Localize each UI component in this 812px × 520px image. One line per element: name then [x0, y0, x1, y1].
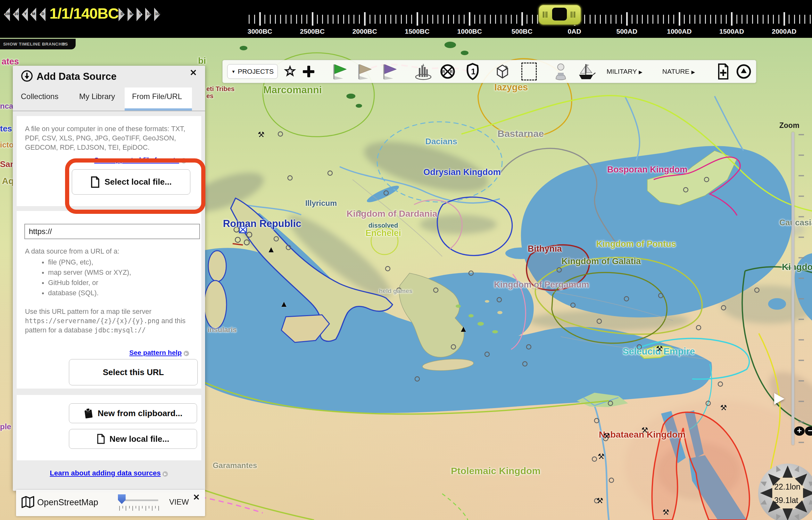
zoom-slider-track[interactable]: [791, 132, 794, 445]
timeline-minor-tick: [286, 15, 287, 24]
new-document-icon[interactable]: [715, 62, 730, 80]
military-menu[interactable]: MILITARY ▶: [606, 68, 643, 75]
step-back-day-button[interactable]: D: [39, 8, 48, 21]
step-forward-day-button[interactable]: D: [118, 8, 127, 21]
add-data-source-dialog: Add Data Source ✕ Collections My Library…: [13, 66, 205, 491]
list-item: map server (WMS or XYZ),: [48, 268, 131, 277]
timeline-major-tick: [416, 12, 418, 26]
timeline-minor-tick: [500, 15, 502, 24]
show-timeline-branches-button[interactable]: SHOW TIMELINE BRANCHES ▼: [0, 39, 76, 49]
nature-label: NATURE: [662, 68, 689, 75]
box-icon[interactable]: [494, 63, 511, 80]
ship-icon[interactable]: [577, 62, 596, 80]
new-local-file-button[interactable]: New local file...: [69, 429, 197, 449]
mine-icon: ⚒: [258, 130, 265, 139]
map-region-label: held games: [379, 288, 413, 295]
pattern-help-link[interactable]: See pattern help: [130, 349, 182, 356]
timeline-minor-tick: [422, 15, 423, 24]
timeline-minor-tick: [736, 15, 737, 24]
zoom-slider-handle[interactable]: [774, 393, 784, 405]
timeline-minor-tick: [459, 15, 460, 24]
zoom-scale-tick: [799, 278, 804, 279]
supported-formats-link[interactable]: See supported file formats: [94, 156, 179, 163]
map-region-label: Garamantes: [213, 461, 257, 470]
basemap-name: OpenStreetMap: [37, 498, 98, 508]
map-region-label: tes: [0, 124, 12, 134]
timeline-minor-tick: [684, 15, 685, 24]
map-region-label: ple: [0, 422, 11, 431]
help-circle-icon: ▶: [181, 158, 187, 163]
timeline-top-bar: 100 10 Y M D 1/1/140BC D M Y 10 100 3000…: [0, 0, 812, 38]
timeline-minor-tick: [715, 15, 716, 24]
badge-1-icon[interactable]: 1: [464, 62, 481, 80]
timeline-minor-tick: [443, 15, 444, 24]
zoom-scale-tick: [799, 216, 804, 217]
step-back-year-button[interactable]: Y: [22, 8, 30, 21]
timeline-minor-tick: [490, 15, 491, 24]
timeline-minor-tick: [264, 15, 265, 24]
railroad-icon[interactable]: R R: [439, 63, 456, 80]
close-icon[interactable]: ✕: [190, 68, 197, 78]
step-back-10-button[interactable]: 10: [13, 8, 21, 21]
city-icon[interactable]: [414, 63, 432, 80]
select-local-file-button[interactable]: Select local file...: [72, 169, 190, 194]
timeline-minor-tick: [695, 15, 695, 24]
person-icon[interactable]: [553, 63, 568, 80]
tan-flag-icon[interactable]: [355, 62, 373, 80]
svg-text:1: 1: [471, 67, 476, 76]
tab-collections[interactable]: Collections: [21, 92, 58, 101]
step-forward-10-button[interactable]: 10: [145, 8, 154, 21]
zoom-scale-tick: [799, 380, 804, 382]
url-input[interactable]: [24, 224, 200, 239]
timeline-slider-handle[interactable]: [538, 4, 581, 25]
mine-icon: ⚒: [603, 432, 610, 441]
tab-from-file-url[interactable]: From File/URL: [132, 92, 182, 101]
timeline-minor-tick: [359, 15, 360, 24]
opacity-slider-handle[interactable]: [118, 494, 126, 504]
timeline-minor-tick: [375, 15, 376, 24]
step-forward-year-button[interactable]: Y: [136, 8, 145, 21]
chevron-right-icon: ▶: [691, 69, 695, 75]
map-region-label: Ptolemaic Kingdom: [451, 466, 541, 476]
select-area-icon[interactable]: [521, 62, 537, 80]
step-back-100-button[interactable]: 100: [4, 8, 12, 21]
timeline-major-tick: [259, 12, 261, 26]
timeline-minor-tick: [595, 15, 596, 24]
projects-menu-button[interactable]: ▼ PROJECTS: [227, 64, 278, 79]
step-back-month-button[interactable]: M: [30, 8, 38, 21]
timeline-minor-tick: [600, 15, 601, 24]
zoom-in-button[interactable]: +: [794, 426, 805, 436]
new-from-clipboard-button[interactable]: New from clipboard...: [69, 403, 197, 423]
new-from-clipboard-label: New from clipboard...: [98, 409, 182, 418]
timeline-minor-tick: [479, 15, 480, 24]
zoom-scale-tick: [799, 360, 804, 361]
step-forward-month-button[interactable]: M: [128, 8, 136, 21]
camp-icon: ▲: [267, 244, 276, 255]
step-forward-100-button[interactable]: 100: [154, 8, 162, 21]
green-flag-icon[interactable]: [330, 62, 348, 80]
timeline-minor-tick: [705, 15, 706, 24]
add-icon[interactable]: [303, 66, 314, 77]
timeline-minor-tick: [343, 15, 344, 24]
timeline-minor-tick: [516, 15, 517, 24]
timeline-tick-label: 0AD: [568, 28, 581, 35]
map-region-label: Iazyges: [494, 82, 528, 93]
timeline-minor-tick: [621, 15, 622, 24]
timeline-minor-tick: [526, 15, 527, 24]
collapse-icon[interactable]: [735, 63, 752, 80]
close-icon[interactable]: ✕: [193, 492, 200, 502]
star-icon[interactable]: [283, 64, 297, 79]
chevron-right-icon: ▶: [639, 69, 643, 75]
file-icon: [97, 434, 105, 444]
military-label: MILITARY: [606, 68, 637, 75]
learn-about-link[interactable]: Learn about adding data sources: [50, 469, 161, 477]
projects-label: PROJECTS: [238, 68, 274, 75]
nature-menu[interactable]: NATURE ▶: [662, 68, 695, 75]
purple-flag-icon[interactable]: [380, 62, 398, 80]
tab-my-library[interactable]: My Library: [79, 92, 115, 101]
select-this-url-button[interactable]: Select this URL: [69, 359, 198, 385]
list-item: file (PNG, etc),: [48, 258, 131, 267]
timeline-tick-label: 500BC: [511, 28, 532, 35]
view-button[interactable]: VIEW: [169, 498, 189, 506]
zoom-scale-tick: [799, 442, 804, 443]
